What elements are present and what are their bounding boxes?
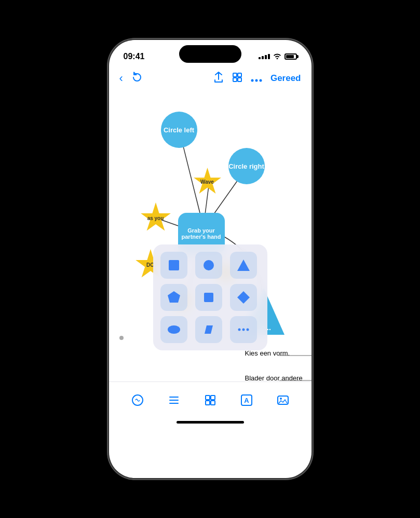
- svg-text:A: A: [244, 397, 249, 404]
- svg-point-44: [280, 398, 282, 400]
- svg-rect-2: [233, 78, 237, 81]
- star-wave[interactable]: Wave: [193, 168, 222, 196]
- svg-rect-35: [169, 400, 179, 401]
- shape-item-square[interactable]: [160, 252, 187, 279]
- svg-point-26: [168, 325, 180, 334]
- svg-marker-23: [168, 291, 180, 303]
- toolbar-left: ‹: [119, 72, 143, 86]
- svg-point-29: [242, 329, 245, 331]
- shape-item-diamond-square[interactable]: [195, 284, 222, 311]
- toolbar-right: Gereed: [213, 72, 301, 86]
- shape-item-more[interactable]: [230, 316, 257, 343]
- back-button[interactable]: ‹: [119, 72, 123, 85]
- annotation-1: Kies een vorm.: [245, 349, 307, 358]
- svg-rect-3: [238, 78, 241, 81]
- image-tool-button[interactable]: [272, 389, 294, 412]
- svg-rect-38: [211, 396, 215, 400]
- dot-indicator: [119, 336, 124, 340]
- svg-marker-25: [237, 291, 250, 304]
- svg-point-6: [259, 79, 262, 81]
- svg-marker-27: [205, 325, 213, 334]
- wifi-icon: [273, 52, 281, 61]
- list-tool-button[interactable]: [162, 389, 185, 412]
- signal-bar-4: [268, 54, 270, 59]
- signal-bar-3: [265, 55, 267, 59]
- svg-point-28: [238, 329, 241, 331]
- draw-tool-button[interactable]: [126, 389, 149, 412]
- svg-point-4: [251, 79, 253, 81]
- circle-left-label: Circle left: [164, 126, 194, 134]
- circle-right-label: Circle right: [228, 162, 264, 170]
- svg-rect-40: [211, 401, 215, 405]
- home-indicator: [177, 421, 244, 424]
- grid-button[interactable]: [232, 72, 242, 85]
- annotation-1-text: Kies een vorm.: [245, 349, 290, 357]
- circle-right[interactable]: Circle right: [228, 148, 265, 184]
- annotation-2: Blader door andere vormen.: [245, 374, 307, 381]
- svg-point-30: [247, 329, 249, 331]
- phone-frame: 09:41 ‹: [109, 40, 311, 478]
- battery-tip: [297, 55, 299, 58]
- toolbar: ‹: [109, 66, 311, 91]
- annotation-2-text: Blader door andere vormen.: [245, 374, 303, 381]
- text-tool-button[interactable]: A: [235, 389, 258, 412]
- star-asyou-label: as you: [147, 215, 164, 221]
- signal-bar-1: [259, 57, 261, 59]
- svg-rect-0: [233, 73, 237, 77]
- shape-panel: [153, 244, 267, 350]
- battery-icon: [284, 53, 297, 60]
- signal-bar-2: [262, 56, 264, 59]
- shape-tool-button[interactable]: [199, 389, 222, 412]
- shape-item-diamond[interactable]: [230, 284, 257, 311]
- shape-item-circle[interactable]: [195, 252, 222, 279]
- grab-hand-label: Grab your partner's hand: [178, 225, 225, 242]
- battery-fill: [286, 55, 294, 58]
- svg-marker-22: [237, 260, 250, 271]
- undo-button[interactable]: [131, 72, 143, 86]
- signal-bars: [259, 54, 270, 59]
- done-button[interactable]: Gereed: [270, 73, 301, 84]
- canvas-area: Circle left Circle right Grab your partn…: [109, 91, 311, 381]
- svg-point-5: [255, 79, 258, 81]
- svg-rect-37: [206, 396, 210, 400]
- status-bar: 09:41: [109, 40, 311, 66]
- bottom-toolbar: A: [109, 381, 311, 418]
- star-asyou[interactable]: as you: [140, 202, 171, 234]
- star-wave-label: Wave: [200, 179, 214, 185]
- shape-item-pentagon[interactable]: [160, 284, 187, 311]
- share-button[interactable]: [213, 72, 224, 86]
- shape-item-parallelogram[interactable]: [195, 316, 222, 343]
- status-time: 09:41: [124, 52, 145, 61]
- status-icons: [259, 52, 297, 61]
- svg-rect-36: [169, 403, 179, 404]
- shape-grid: [160, 252, 260, 343]
- shape-item-oval[interactable]: [160, 316, 187, 343]
- shape-item-triangle[interactable]: [230, 252, 257, 279]
- svg-rect-39: [206, 401, 210, 405]
- circle-left[interactable]: Circle left: [161, 112, 197, 148]
- svg-rect-20: [169, 260, 179, 270]
- svg-rect-34: [169, 397, 179, 398]
- more-button[interactable]: [251, 73, 262, 85]
- svg-point-21: [204, 260, 214, 270]
- notch: [179, 45, 241, 63]
- svg-rect-1: [238, 73, 241, 77]
- svg-rect-24: [204, 293, 213, 302]
